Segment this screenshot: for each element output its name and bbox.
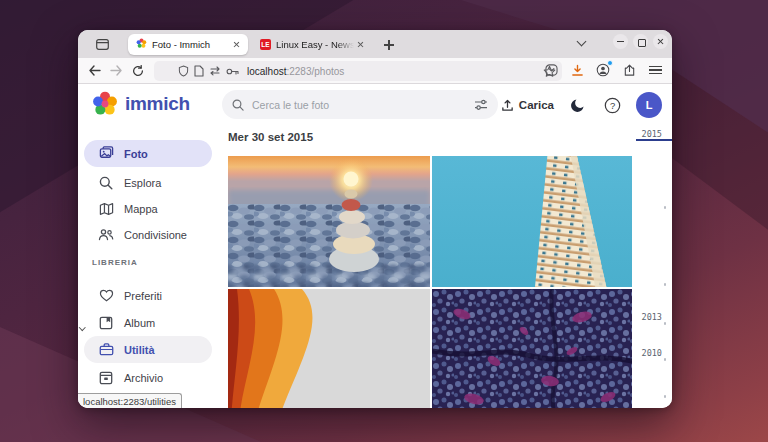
new-tab-button[interactable] <box>380 36 398 54</box>
chevron-down-icon <box>577 37 587 47</box>
firefox-view-button[interactable] <box>90 34 114 54</box>
sidebar-section-libreria: LIBRERIA <box>92 258 138 267</box>
sidebar-item-label: Preferiti <box>124 290 162 302</box>
url-bar[interactable]: localhost:2283/photos <box>154 61 562 81</box>
photos-icon <box>98 146 114 162</box>
sidebar-item-condivisione[interactable]: Condivisione <box>84 221 212 248</box>
tracking-arrows-icon[interactable] <box>209 66 221 76</box>
account-button[interactable] <box>594 61 612 79</box>
account-notification-badge <box>607 60 613 66</box>
url-host: localhost <box>247 66 286 77</box>
sidebar-item-label: Foto <box>124 148 148 160</box>
reload-icon <box>132 65 144 77</box>
immich-wordmark: immich <box>125 93 190 115</box>
tab-foto-immich[interactable]: Foto - Immich <box>128 34 248 55</box>
upload-label: Carica <box>519 99 554 111</box>
photo-thumbnail-purple-texture[interactable] <box>432 289 632 408</box>
dark-mode-moon-icon <box>570 97 586 113</box>
photo-thumbnail-orange-waves[interactable] <box>228 289 430 408</box>
tab-close-icon[interactable] <box>354 39 366 51</box>
upload-button[interactable]: Carica <box>501 99 554 112</box>
tab-title: Linux Easy - News da Mo <box>276 39 354 50</box>
heart-icon <box>98 288 114 304</box>
utilities-briefcase-icon <box>98 342 114 358</box>
tab-bar: Foto - Immich LE Linux Easy - News da Mo <box>78 30 672 58</box>
status-url-tooltip: localhost:2283/utilities <box>78 393 182 408</box>
search-bar[interactable] <box>222 90 498 119</box>
forward-icon <box>110 65 123 76</box>
close-button[interactable] <box>653 34 668 49</box>
help-button[interactable]: ? <box>602 95 622 115</box>
download-icon <box>571 64 584 77</box>
album-icon <box>98 315 114 331</box>
timeline-tick <box>664 358 667 361</box>
minimize-button[interactable] <box>613 34 628 49</box>
app-menu-button[interactable] <box>646 61 664 79</box>
key-icon <box>226 67 239 76</box>
timeline-tick <box>664 322 667 325</box>
sidebar-item-preferiti[interactable]: Preferiti <box>84 282 212 309</box>
sidebar-item-label: Mappa <box>124 203 158 215</box>
sidebar-item-label: Condivisione <box>124 229 187 241</box>
timeline-current-year: 2015 <box>642 129 662 139</box>
sidebar-item-label: Album <box>124 317 155 329</box>
timeline-position-indicator <box>636 139 672 141</box>
svg-text:?: ? <box>609 99 614 110</box>
share-icon <box>623 64 636 77</box>
sidebar-item-esplora[interactable]: Esplora <box>84 169 212 196</box>
url-path: :2283/photos <box>286 66 344 77</box>
timeline-scrubber[interactable]: 2015 2013 2010 <box>632 126 672 408</box>
back-button[interactable] <box>84 61 104 81</box>
sidebar-item-label: Esplora <box>124 177 161 189</box>
photo-thumbnail-tower[interactable] <box>432 156 632 287</box>
help-icon: ? <box>604 97 621 114</box>
search-input[interactable] <box>252 99 474 111</box>
tab-close-icon[interactable] <box>230 39 242 51</box>
sharing-people-icon <box>98 227 114 243</box>
timeline-tick <box>664 395 667 398</box>
tab-title: Foto - Immich <box>152 39 230 50</box>
sidebar-item-label: Archivio <box>124 372 163 384</box>
pocket-button[interactable] <box>542 61 560 79</box>
back-icon <box>88 65 101 76</box>
sidebar-item-mappa[interactable]: Mappa <box>84 195 212 222</box>
archive-icon <box>98 370 114 386</box>
pocket-icon <box>545 64 558 76</box>
url-text[interactable]: localhost:2283/photos <box>247 66 344 77</box>
page-info-icon[interactable] <box>194 65 204 77</box>
sidebar-item-label: Utilità <box>124 344 155 356</box>
date-group-heading: Mer 30 set 2015 <box>228 131 313 143</box>
linux-easy-favicon: LE <box>260 39 271 50</box>
window-controls <box>613 34 668 49</box>
maximize-button[interactable] <box>633 34 648 49</box>
browser-window: Foto - Immich LE Linux Easy - News da Mo <box>78 30 672 408</box>
avatar[interactable]: L <box>636 92 662 118</box>
timeline-year-label: 2010 <box>642 348 662 358</box>
sidebar-item-album[interactable]: Album <box>84 309 212 336</box>
theme-toggle-button[interactable] <box>568 95 588 115</box>
immich-logo[interactable]: immich <box>92 91 190 117</box>
explore-search-icon <box>98 175 114 191</box>
photo-grid <box>228 156 632 408</box>
immich-logo-icon <box>92 91 118 117</box>
list-all-tabs-button[interactable] <box>574 37 590 51</box>
tab-linux-easy[interactable]: LE Linux Easy - News da Mo <box>252 34 372 55</box>
map-icon <box>98 201 114 217</box>
search-icon <box>232 99 244 111</box>
album-expand-button[interactable] <box>80 319 88 327</box>
navigation-toolbar: localhost:2283/photos <box>78 58 672 84</box>
timeline-year-label: 2013 <box>642 312 662 322</box>
sidebar-item-foto[interactable]: Foto <box>84 140 212 167</box>
sidebar-item-utilita[interactable]: Utilità <box>84 336 212 363</box>
reload-button[interactable] <box>128 61 148 81</box>
downloads-button[interactable] <box>568 61 586 79</box>
forward-button[interactable] <box>106 61 126 81</box>
share-button[interactable] <box>620 61 638 79</box>
immich-header: immich Carica ? L <box>78 84 672 126</box>
desktop-wallpaper: Foto - Immich LE Linux Easy - News da Mo <box>0 0 768 442</box>
filter-sliders-icon[interactable] <box>474 99 488 111</box>
sidebar-item-archivio[interactable]: Archivio <box>84 364 212 391</box>
photo-thumbnail-sunset-stones[interactable] <box>228 156 430 287</box>
menu-icon <box>649 66 662 75</box>
shield-icon[interactable] <box>178 65 189 77</box>
